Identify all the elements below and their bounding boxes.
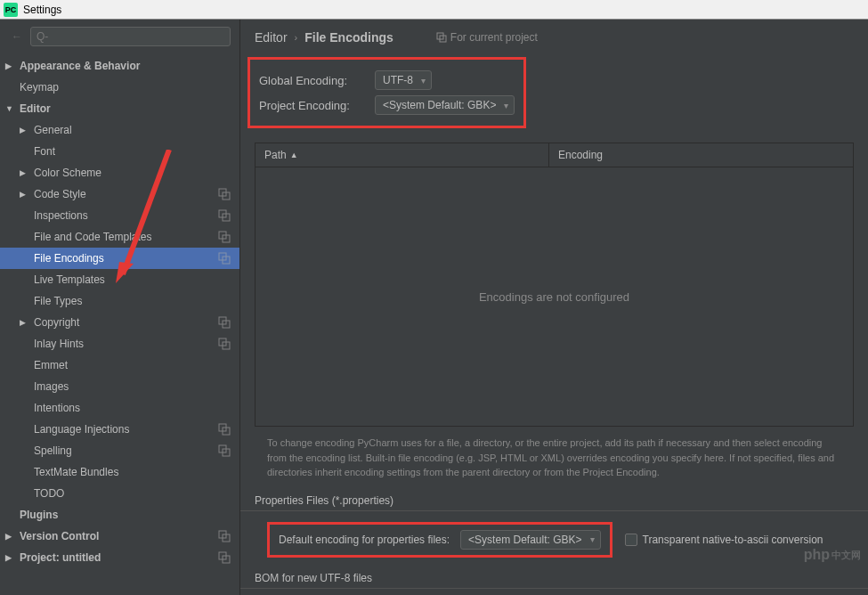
tree-arrow-icon: ▶ xyxy=(20,126,28,134)
sidebar-item-file-and-code-templates[interactable]: File and Code Templates xyxy=(0,226,239,248)
encoding-column-header[interactable]: Encoding xyxy=(549,143,853,167)
breadcrumb-current: File Encodings xyxy=(304,30,393,45)
back-arrow-icon: ← xyxy=(9,29,25,45)
sidebar-item-intentions[interactable]: Intentions xyxy=(0,397,239,419)
project-encoding-dropdown[interactable]: <System Default: GBK> xyxy=(375,95,515,115)
tree-arrow-icon: ▶ xyxy=(5,553,14,562)
sidebar-item-plugins[interactable]: Plugins xyxy=(0,504,239,526)
sort-ascending-icon: ▲ xyxy=(290,151,298,159)
sidebar-item-textmate-bundles[interactable]: TextMate Bundles xyxy=(0,461,239,483)
sidebar-item-project-untitled[interactable]: ▶Project: untitled xyxy=(0,547,239,568)
copy-scope-icon xyxy=(218,338,231,350)
help-text: To change encoding PyCharm uses for a fi… xyxy=(240,427,868,489)
sidebar-item-label: General xyxy=(34,124,72,136)
sidebar-item-label: Emmet xyxy=(34,359,68,371)
table-empty-state: Encodings are not configured xyxy=(256,167,853,426)
sidebar-item-label: Appearance & Behavior xyxy=(20,60,140,72)
copy-icon xyxy=(436,32,447,43)
sidebar-item-version-control[interactable]: ▶Version Control xyxy=(0,526,239,547)
encoding-table: Path ▲ Encoding Encodings are not config… xyxy=(255,143,854,427)
path-column-header[interactable]: Path ▲ xyxy=(256,143,549,167)
sidebar-item-label: Color Scheme xyxy=(34,167,101,179)
sidebar-item-label: Live Templates xyxy=(34,273,105,286)
sidebar-item-file-encodings[interactable]: File Encodings xyxy=(0,248,239,269)
tree-arrow-icon: ▶ xyxy=(5,61,14,70)
transparent-checkbox[interactable] xyxy=(625,534,637,546)
copy-scope-icon xyxy=(218,551,231,564)
sidebar-item-label: Images xyxy=(34,380,69,393)
sidebar-item-general[interactable]: ▶General xyxy=(0,119,239,141)
project-encoding-label: Project Encoding: xyxy=(259,99,366,112)
content-pane: Editor › File Encodings For current proj… xyxy=(240,20,868,595)
tree-arrow-icon: ▶ xyxy=(20,168,28,177)
properties-row: Default encoding for properties files: <… xyxy=(240,518,868,566)
tree-arrow-icon: ▼ xyxy=(5,104,14,113)
sidebar-item-label: Font xyxy=(34,145,55,158)
global-encoding-dropdown[interactable]: UTF-8 xyxy=(375,70,432,90)
sidebar-item-live-templates[interactable]: Live Templates xyxy=(0,269,239,290)
sidebar-item-language-injections[interactable]: Language Injections xyxy=(0,419,239,440)
tree-arrow-icon: ▶ xyxy=(20,190,28,199)
titlebar: PC Settings xyxy=(0,0,868,20)
breadcrumb-parent[interactable]: Editor xyxy=(255,30,288,45)
tree-arrow-icon: ▶ xyxy=(20,318,28,327)
sidebar-item-appearance-behavior[interactable]: ▶Appearance & Behavior xyxy=(0,55,239,77)
sidebar-item-color-scheme[interactable]: ▶Color Scheme xyxy=(0,162,239,183)
sidebar-item-font[interactable]: Font xyxy=(0,141,239,162)
transparent-checkbox-label: Transparent native-to-ascii conversion xyxy=(643,534,823,546)
settings-tree: ▶Appearance & BehaviorKeymap▼Editor▶Gene… xyxy=(0,53,239,595)
properties-default-dropdown[interactable]: <System Default: GBK> xyxy=(460,530,600,550)
sidebar-item-label: Project: untitled xyxy=(20,551,101,564)
sidebar-item-label: Code Style xyxy=(34,188,86,200)
watermark: php中文网 xyxy=(804,547,861,563)
tree-arrow-icon: ▶ xyxy=(5,532,14,541)
sidebar: ← ▶Appearance & BehaviorKeymap▼Editor▶Ge… xyxy=(0,20,240,595)
sidebar-item-label: TODO xyxy=(34,487,64,500)
sidebar-item-code-style[interactable]: ▶Code Style xyxy=(0,183,239,205)
sidebar-item-label: TextMate Bundles xyxy=(34,466,118,478)
properties-highlight: Default encoding for properties files: <… xyxy=(267,522,612,558)
sidebar-item-label: Editor xyxy=(20,102,51,115)
copy-scope-icon xyxy=(218,423,231,436)
chevron-right-icon: › xyxy=(295,32,298,43)
copy-scope-icon xyxy=(218,444,231,457)
sidebar-item-emmet[interactable]: Emmet xyxy=(0,355,239,376)
sidebar-item-label: Intentions xyxy=(34,402,80,414)
sidebar-item-label: File Encodings xyxy=(34,252,104,265)
breadcrumb: Editor › File Encodings For current proj… xyxy=(240,20,868,55)
copy-scope-icon xyxy=(218,209,231,222)
window-title: Settings xyxy=(23,4,61,16)
copy-scope-icon xyxy=(218,252,231,265)
sidebar-item-label: Language Injections xyxy=(34,423,129,436)
encoding-box-highlight: Global Encoding: UTF-8 Project Encoding:… xyxy=(247,57,526,128)
properties-section-title: Properties Files (*.properties) xyxy=(240,489,868,511)
sidebar-item-label: Plugins xyxy=(20,509,58,521)
sidebar-item-label: Version Control xyxy=(20,530,99,542)
properties-default-label: Default encoding for properties files: xyxy=(279,534,450,546)
sidebar-item-label: Copyright xyxy=(34,316,79,329)
sidebar-item-file-types[interactable]: File Types xyxy=(0,290,239,312)
sidebar-item-spelling[interactable]: Spelling xyxy=(0,440,239,461)
copy-scope-icon xyxy=(218,231,231,243)
global-encoding-label: Global Encoding: xyxy=(259,74,366,87)
sidebar-item-label: Keymap xyxy=(20,81,59,94)
search-input[interactable] xyxy=(30,27,231,46)
sidebar-item-todo[interactable]: TODO xyxy=(0,483,239,504)
bom-section-title: BOM for new UTF-8 files xyxy=(240,566,868,589)
search-row: ← xyxy=(0,20,239,53)
transparent-checkbox-row[interactable]: Transparent native-to-ascii conversion xyxy=(625,534,823,546)
project-encoding-row: Project Encoding: <System Default: GBK> xyxy=(259,95,515,115)
sidebar-item-keymap[interactable]: Keymap xyxy=(0,77,239,98)
project-scope-label: For current project xyxy=(436,31,538,44)
main-container: ← ▶Appearance & BehaviorKeymap▼Editor▶Ge… xyxy=(0,20,868,595)
table-header: Path ▲ Encoding xyxy=(256,143,853,167)
copy-scope-icon xyxy=(218,530,231,542)
sidebar-item-copyright[interactable]: ▶Copyright xyxy=(0,312,239,333)
sidebar-item-label: Spelling xyxy=(34,444,72,457)
sidebar-item-editor[interactable]: ▼Editor xyxy=(0,98,239,119)
sidebar-item-label: Inspections xyxy=(34,209,88,222)
sidebar-item-inspections[interactable]: Inspections xyxy=(0,205,239,226)
global-encoding-row: Global Encoding: UTF-8 xyxy=(259,70,515,90)
sidebar-item-images[interactable]: Images xyxy=(0,376,239,397)
sidebar-item-inlay-hints[interactable]: Inlay Hints xyxy=(0,333,239,355)
